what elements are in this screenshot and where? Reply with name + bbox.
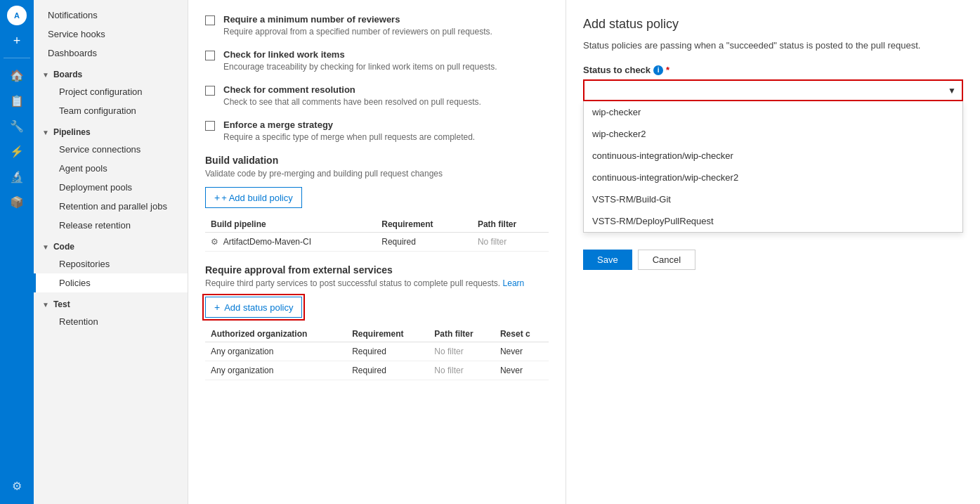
add-plus-icon: + bbox=[214, 302, 220, 313]
external-services-header: Require approval from external services bbox=[205, 264, 549, 276]
boards-icon[interactable]: 📋 bbox=[6, 89, 28, 112]
path-filter-cell: No filter bbox=[472, 233, 549, 252]
sidebar-group-code[interactable]: ▼ Code bbox=[34, 235, 188, 254]
sidebar: Notifications Service hooks Dashboards ▼… bbox=[34, 0, 188, 504]
home-icon[interactable]: 🏠 bbox=[6, 64, 28, 86]
dropdown-option-3[interactable]: continuous-integration/wip-checker bbox=[584, 145, 962, 167]
sidebar-item-service-connections[interactable]: Service connections bbox=[34, 140, 188, 159]
policy-checkbox-merge-strategy[interactable] bbox=[205, 121, 215, 131]
test-arrow-icon: ▼ bbox=[42, 301, 49, 309]
user-avatar[interactable]: A bbox=[7, 6, 27, 25]
add-build-policy-button[interactable]: + + Add build policy bbox=[205, 187, 302, 208]
col-reset: Reset c bbox=[495, 326, 549, 342]
policy-checkbox-comment-resolution[interactable] bbox=[205, 86, 215, 96]
sidebar-item-deployment-pools[interactable]: Deployment pools bbox=[34, 178, 188, 197]
sidebar-group-test[interactable]: ▼ Test bbox=[34, 292, 188, 312]
artifacts-icon[interactable]: 📦 bbox=[6, 190, 28, 213]
repos-icon[interactable]: 🔧 bbox=[6, 115, 28, 137]
sidebar-item-retention[interactable]: Retention bbox=[34, 312, 188, 331]
sidebar-item-team-configuration[interactable]: Team configuration bbox=[34, 101, 188, 120]
policy-desc-comment-resolution: Check to see that all comments have been… bbox=[223, 97, 481, 107]
policy-item-work-items: Check for linked work items Encourage tr… bbox=[205, 49, 549, 72]
table-row: Any organization Required No filter Neve… bbox=[205, 361, 549, 380]
dropdown-option-5[interactable]: VSTS-RM/Build-Git bbox=[584, 188, 962, 210]
main-content: Require a minimum number of reviewers Re… bbox=[188, 0, 566, 504]
build-pipeline-cell: ⚙ ArtifactDemo-Maven-CI bbox=[205, 233, 376, 252]
pipelines-icon[interactable]: ⚡ bbox=[6, 140, 28, 162]
avatar-initial: A bbox=[14, 11, 20, 20]
filter-cell-1: No filter bbox=[429, 342, 495, 361]
policy-title-comment-resolution: Check for comment resolution bbox=[223, 84, 481, 95]
dropdown-list: wip-checker wip-checker2 continuous-inte… bbox=[583, 101, 963, 233]
status-dropdown-input[interactable] bbox=[584, 81, 962, 100]
policy-desc-work-items: Encourage traceability by checking for l… bbox=[223, 62, 497, 72]
dropdown-option-2[interactable]: wip-checker2 bbox=[584, 123, 962, 145]
panel-title: Add status policy bbox=[583, 17, 963, 32]
policy-desc-reviewers: Require approval from a specified number… bbox=[223, 27, 492, 37]
icon-bar-separator bbox=[4, 58, 30, 58]
sidebar-item-repositories[interactable]: Repositories bbox=[34, 254, 188, 273]
sidebar-group-pipelines[interactable]: ▼ Pipelines bbox=[34, 120, 188, 140]
add-status-policy-button[interactable]: + Add status policy bbox=[205, 297, 302, 318]
sidebar-item-retention-parallel-jobs[interactable]: Retention and parallel jobs bbox=[34, 197, 188, 216]
pipelines-arrow-icon: ▼ bbox=[42, 129, 49, 136]
policy-desc-merge-strategy: Require a specific type of merge when pu… bbox=[223, 132, 475, 142]
policy-checkbox-work-items[interactable] bbox=[205, 51, 215, 60]
learn-more-link[interactable]: Learn bbox=[503, 278, 525, 288]
plus-icon: + bbox=[214, 192, 220, 203]
col-build-pipeline: Build pipeline bbox=[205, 217, 376, 233]
sidebar-item-notifications[interactable]: Notifications bbox=[34, 6, 188, 25]
reset-cell-2: Never bbox=[495, 361, 549, 380]
pipeline-icon: ⚙ bbox=[211, 237, 218, 247]
sidebar-item-service-hooks[interactable]: Service hooks bbox=[34, 25, 188, 44]
filter-cell-2: No filter bbox=[429, 361, 495, 380]
policy-item-reviewers: Require a minimum number of reviewers Re… bbox=[205, 14, 549, 37]
status-policy-table: Authorized organization Requirement Path… bbox=[205, 326, 549, 380]
panel-description: Status policies are passing when a "succ… bbox=[583, 40, 963, 51]
dropdown-option-4[interactable]: continuous-integration/wip-checker2 bbox=[584, 167, 962, 188]
policy-title-work-items: Check for linked work items bbox=[223, 49, 497, 60]
req-cell-2: Required bbox=[346, 361, 429, 380]
status-to-check-field: Status to check i * ▼ wip-checker wip-ch… bbox=[583, 65, 963, 233]
boards-arrow-icon: ▼ bbox=[42, 71, 49, 79]
add-project-button[interactable]: + bbox=[7, 31, 27, 51]
sidebar-item-agent-pools[interactable]: Agent pools bbox=[34, 159, 188, 178]
icon-bar: A + 🏠 📋 🔧 ⚡ 🔬 📦 ⚙ bbox=[0, 0, 34, 504]
reset-cell-1: Never bbox=[495, 342, 549, 361]
info-icon[interactable]: i bbox=[653, 65, 663, 75]
dropdown-option-1[interactable]: wip-checker bbox=[584, 101, 962, 123]
status-dropdown-container: ▼ bbox=[583, 79, 963, 101]
sidebar-item-project-configuration[interactable]: Project configuration bbox=[34, 82, 188, 101]
requirement-cell: Required bbox=[376, 233, 472, 252]
req-cell-1: Required bbox=[346, 342, 429, 361]
cancel-button[interactable]: Cancel bbox=[638, 250, 695, 270]
col-requirement2: Requirement bbox=[346, 326, 429, 342]
save-button[interactable]: Save bbox=[583, 250, 632, 270]
col-path-filter2: Path filter bbox=[429, 326, 495, 342]
sidebar-item-release-retention[interactable]: Release retention bbox=[34, 216, 188, 235]
sidebar-item-policies[interactable]: Policies bbox=[34, 273, 188, 292]
build-validation-desc: Validate code by pre-merging and buildin… bbox=[205, 169, 549, 179]
status-to-check-label: Status to check i * bbox=[583, 65, 963, 75]
build-validation-table: Build pipeline Requirement Path filter ⚙… bbox=[205, 217, 549, 252]
dropdown-option-6[interactable]: VSTS-RM/DeployPullRequest bbox=[584, 210, 962, 232]
code-arrow-icon: ▼ bbox=[42, 243, 49, 251]
policy-item-comment-resolution: Check for comment resolution Check to se… bbox=[205, 84, 549, 107]
required-marker: * bbox=[666, 65, 669, 75]
testplans-icon[interactable]: 🔬 bbox=[6, 165, 28, 188]
right-panel: Add status policy Status policies are pa… bbox=[566, 0, 980, 504]
policy-checkbox-reviewers[interactable] bbox=[205, 15, 215, 25]
policy-title-merge-strategy: Enforce a merge strategy bbox=[223, 119, 475, 130]
build-validation-header: Build validation bbox=[205, 155, 549, 166]
org-cell-1: Any organization bbox=[205, 342, 346, 361]
col-authorized-org: Authorized organization bbox=[205, 326, 346, 342]
policy-item-merge-strategy: Enforce a merge strategy Require a speci… bbox=[205, 119, 549, 142]
org-cell-2: Any organization bbox=[205, 361, 346, 380]
sidebar-item-dashboards[interactable]: Dashboards bbox=[34, 44, 188, 63]
col-path-filter: Path filter bbox=[472, 217, 549, 233]
settings-icon[interactable]: ⚙ bbox=[6, 474, 28, 497]
policy-title-reviewers: Require a minimum number of reviewers bbox=[223, 14, 492, 25]
external-services-desc: Require third party services to post suc… bbox=[205, 278, 549, 288]
sidebar-group-boards[interactable]: ▼ Boards bbox=[34, 63, 188, 82]
table-row: ⚙ ArtifactDemo-Maven-CI Required No filt… bbox=[205, 233, 549, 252]
